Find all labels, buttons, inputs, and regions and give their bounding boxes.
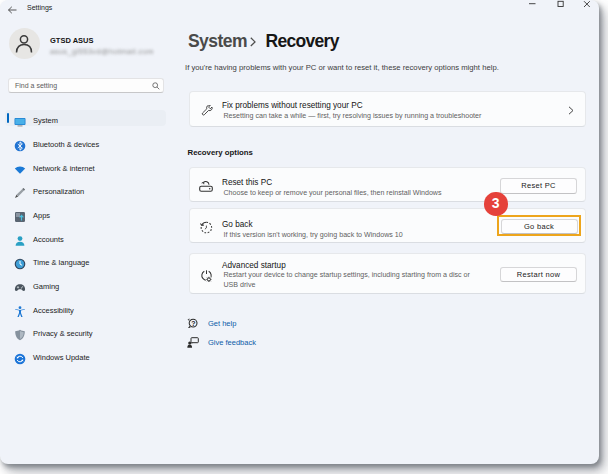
svg-text:?: ? (191, 319, 195, 326)
